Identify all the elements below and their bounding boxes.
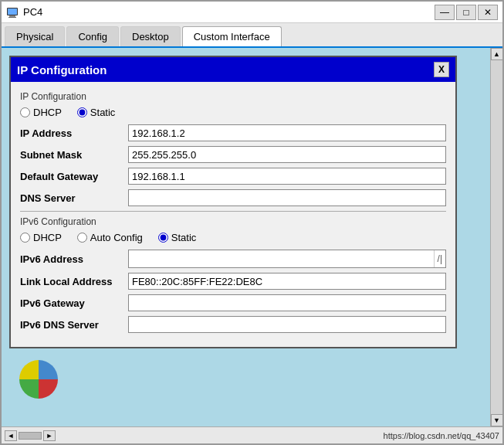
scroll-down-arrow[interactable]: ▼ [491, 414, 503, 426]
ipv6-autoconfig-radio[interactable] [77, 233, 87, 243]
dns-server-label: DNS Server [20, 192, 128, 204]
ip-address-label: IP Address [20, 127, 128, 139]
ipv6-counter: /| [434, 250, 445, 267]
svg-rect-1 [8, 8, 17, 15]
ipv6-gateway-input[interactable] [128, 294, 446, 311]
ip-address-input[interactable] [128, 124, 446, 141]
ipv6-address-input[interactable] [129, 250, 434, 267]
static-radio-label[interactable]: Static [77, 107, 116, 118]
scroll-h-thumb[interactable] [19, 432, 42, 440]
ip-address-row: IP Address [20, 124, 446, 141]
tab-custom-interface[interactable]: Custom Interface [182, 26, 282, 46]
default-gateway-input[interactable] [128, 168, 446, 185]
ip-config-section-label: IP Configuration [20, 91, 446, 102]
link-local-address-row: Link Local Address [20, 273, 446, 290]
link-local-address-input[interactable] [128, 273, 446, 290]
subnet-mask-input[interactable] [128, 146, 446, 163]
ip-radio-row: DHCP Static [20, 107, 446, 118]
minimize-button[interactable]: — [435, 5, 455, 20]
scroll-right-arrow[interactable]: ► [43, 430, 56, 441]
ip-config-dialog: IP Configuration X IP Configuration DHCP [9, 56, 457, 348]
dns-server-input[interactable] [128, 189, 446, 206]
dialog-title: IP Configuration [17, 63, 107, 76]
ipv6-dhcp-radio[interactable] [20, 233, 30, 243]
ipv6-dns-server-row: IPv6 DNS Server [20, 316, 446, 333]
scroll-up-arrow[interactable]: ▲ [491, 48, 503, 60]
tab-bar: Physical Config Desktop Custom Interface [2, 23, 502, 48]
title-bar: PC4 — □ ✕ [2, 2, 502, 23]
section-divider [20, 211, 446, 212]
title-controls: — □ ✕ [435, 5, 498, 20]
computer-icon [6, 6, 19, 19]
dialog-close-button[interactable]: X [434, 62, 449, 77]
dialog-content: IP Configuration DHCP Static [11, 82, 455, 347]
ipv6-static-radio[interactable] [158, 233, 168, 243]
ipv6-address-row: IPv6 Address /| [20, 250, 446, 268]
ipv6-dns-server-input[interactable] [128, 316, 446, 333]
ipv6-static-radio-label[interactable]: Static [158, 232, 197, 243]
default-gateway-row: Default Gateway [20, 168, 446, 185]
ipv6-gateway-row: IPv6 Gateway [20, 294, 446, 311]
tab-physical[interactable]: Physical [5, 26, 65, 46]
pie-chart-area [15, 353, 476, 406]
dialog-title-bar: IP Configuration X [11, 57, 455, 82]
ipv6-address-label: IPv6 Address [20, 253, 128, 265]
link-local-address-label: Link Local Address [20, 276, 128, 287]
main-window: PC4 — □ ✕ Physical Config Desktop Custom… [0, 0, 504, 445]
ipv6-dhcp-radio-label[interactable]: DHCP [20, 232, 62, 243]
tab-desktop[interactable]: Desktop [120, 26, 181, 46]
status-url: https://blog.csdn.net/qq_43407 [384, 431, 499, 440]
svg-rect-3 [8, 17, 16, 18]
scroll-track[interactable] [491, 60, 502, 414]
dhcp-radio-label[interactable]: DHCP [20, 107, 62, 118]
default-gateway-label: Default Gateway [20, 171, 128, 182]
ipv6-gateway-label: IPv6 Gateway [20, 297, 128, 309]
subnet-mask-label: Subnet Mask [20, 149, 128, 161]
dhcp-radio[interactable] [20, 107, 30, 117]
pie-chart [15, 356, 62, 403]
right-scrollbar: ▲ ▼ [490, 48, 502, 426]
svg-rect-2 [9, 15, 15, 17]
tab-config[interactable]: Config [66, 26, 119, 46]
content-area: IP Configuration X IP Configuration DHCP [2, 48, 502, 426]
ipv6-radio-row: DHCP Auto Config Static [20, 232, 446, 243]
bottom-area [9, 348, 482, 410]
title-bar-left: PC4 [6, 6, 42, 19]
ipv6-autoconfig-radio-label[interactable]: Auto Config [77, 232, 143, 243]
scroll-left-arrow[interactable]: ◄ [5, 430, 17, 441]
maximize-button[interactable]: □ [456, 5, 476, 20]
window-title: PC4 [23, 6, 42, 18]
ipv6-address-wrapper: /| [128, 250, 446, 268]
scroll-h-bar: ◄ ► [5, 430, 56, 441]
subnet-mask-row: Subnet Mask [20, 146, 446, 163]
static-radio[interactable] [77, 107, 87, 117]
dns-server-row: DNS Server [20, 189, 446, 206]
window-close-button[interactable]: ✕ [478, 5, 498, 20]
bottom-bar: ◄ ► https://blog.csdn.net/qq_43407 [2, 426, 502, 443]
ipv6-config-section-label: IPv6 Configuration [20, 216, 446, 227]
main-panel: IP Configuration X IP Configuration DHCP [2, 48, 490, 426]
ipv6-dns-server-label: IPv6 DNS Server [20, 319, 128, 331]
